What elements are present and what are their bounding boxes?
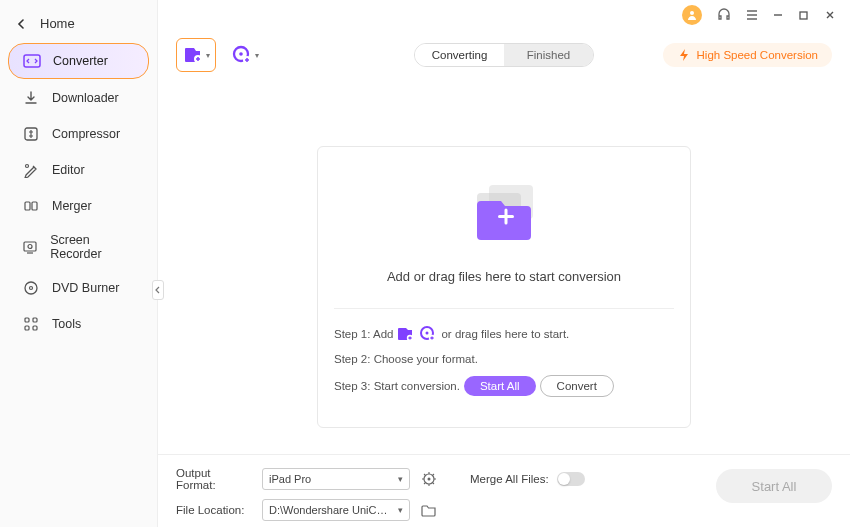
svg-point-25	[426, 332, 429, 335]
dropzone-illustration	[334, 175, 674, 249]
svg-point-2	[26, 165, 29, 168]
home-button[interactable]: Home	[0, 6, 157, 41]
disc-icon	[22, 279, 40, 297]
sidebar-item-label: Tools	[52, 317, 81, 331]
svg-point-6	[28, 245, 32, 249]
svg-point-13	[690, 11, 694, 15]
add-file-icon	[183, 46, 203, 64]
sidebar-item-label: Screen Recorder	[50, 233, 135, 261]
chevron-down-icon: ▾	[398, 474, 403, 484]
svg-rect-22	[505, 209, 508, 225]
high-speed-conversion-button[interactable]: High Speed Conversion	[663, 43, 832, 67]
start-all-main-button[interactable]: Start All	[716, 469, 832, 503]
compress-icon	[22, 125, 40, 143]
close-button[interactable]	[824, 9, 838, 21]
sidebar-item-downloader[interactable]: Downloader	[8, 81, 149, 115]
step-1-suffix: or drag files here to start.	[441, 328, 569, 340]
add-disc-icon	[232, 45, 252, 65]
output-format-label: Output Format:	[176, 467, 252, 491]
svg-rect-12	[33, 326, 37, 330]
sidebar-item-screen-recorder[interactable]: Screen Recorder	[8, 225, 149, 269]
file-location-label: File Location:	[176, 504, 252, 516]
svg-point-7	[25, 282, 37, 294]
merge-label: Merge All Files:	[470, 473, 549, 485]
add-file-icon	[397, 326, 415, 342]
svg-rect-3	[25, 202, 30, 210]
footer: Output Format: iPad Pro ▾ Merge All File…	[158, 454, 850, 527]
open-folder-icon[interactable]	[420, 501, 438, 519]
convert-button[interactable]: Convert	[540, 375, 614, 397]
chevron-down-icon: ▾	[206, 51, 210, 60]
output-format-row: Output Format: iPad Pro ▾ Merge All File…	[176, 467, 585, 491]
headset-icon[interactable]	[716, 7, 732, 23]
sidebar-collapse-handle[interactable]	[152, 280, 164, 300]
user-avatar[interactable]	[682, 5, 702, 25]
dropzone[interactable]: Add or drag files here to start conversi…	[317, 146, 691, 428]
sidebar-item-editor[interactable]: Editor	[8, 153, 149, 187]
sidebar-item-label: Merger	[52, 199, 92, 213]
footer-left: Output Format: iPad Pro ▾ Merge All File…	[176, 467, 585, 521]
svg-point-28	[428, 478, 431, 481]
add-disc-icon	[419, 325, 437, 343]
step-3: Step 3: Start conversion. Start All Conv…	[334, 375, 674, 397]
chevron-down-icon: ▾	[398, 505, 403, 515]
add-disc-button[interactable]: ▾	[228, 38, 262, 72]
file-location-row: File Location: D:\Wondershare UniConvert…	[176, 499, 585, 521]
merge-toggle[interactable]	[557, 472, 585, 486]
sidebar-item-label: Compressor	[52, 127, 120, 141]
tab-converting[interactable]: Converting	[415, 44, 504, 66]
svg-rect-11	[25, 326, 29, 330]
merge-toggle-row: Merge All Files:	[470, 472, 585, 486]
svg-rect-9	[25, 318, 29, 322]
tab-finished[interactable]: Finished	[504, 44, 593, 66]
download-icon	[22, 89, 40, 107]
menu-icon[interactable]	[744, 7, 760, 23]
output-format-select[interactable]: iPad Pro ▾	[262, 468, 410, 490]
dropzone-steps: Step 1: Add or drag files here to start.…	[334, 308, 674, 397]
merger-icon	[22, 197, 40, 215]
svg-rect-5	[24, 242, 36, 251]
file-location-select[interactable]: D:\Wondershare UniConverter 1 ▾	[262, 499, 410, 521]
sidebar-item-dvd-burner[interactable]: DVD Burner	[8, 271, 149, 305]
sidebar: Home Converter Downloader Compressor Edi…	[0, 0, 158, 527]
back-arrow-icon	[16, 19, 26, 29]
content-area: Add or drag files here to start conversi…	[158, 86, 850, 454]
sidebar-item-label: Editor	[52, 163, 85, 177]
svg-rect-10	[33, 318, 37, 322]
svg-point-8	[30, 287, 33, 290]
start-all-button[interactable]: Start All	[464, 376, 536, 396]
settings-icon[interactable]	[420, 470, 438, 488]
dropzone-title: Add or drag files here to start conversi…	[334, 269, 674, 284]
step-3-text: Step 3: Start conversion.	[334, 380, 460, 392]
file-location-value: D:\Wondershare UniConverter 1	[269, 504, 389, 516]
toolbar: ▾ ▾ Converting Finished High Speed Conve…	[158, 30, 850, 86]
sidebar-item-compressor[interactable]: Compressor	[8, 117, 149, 151]
output-format-value: iPad Pro	[269, 473, 311, 485]
chevron-down-icon: ▾	[255, 51, 259, 60]
sidebar-item-label: Converter	[53, 54, 108, 68]
minimize-button[interactable]	[772, 9, 786, 21]
tools-icon	[22, 315, 40, 333]
main-area: ▾ ▾ Converting Finished High Speed Conve…	[158, 0, 850, 527]
add-file-button[interactable]: ▾	[176, 38, 216, 72]
titlebar	[158, 0, 850, 30]
tab-switch: Converting Finished	[414, 43, 594, 67]
sidebar-item-label: DVD Burner	[52, 281, 119, 295]
svg-rect-4	[32, 202, 37, 210]
svg-point-17	[239, 52, 243, 56]
step-1: Step 1: Add or drag files here to start.	[334, 325, 674, 343]
home-label: Home	[40, 16, 75, 31]
sidebar-item-converter[interactable]: Converter	[8, 43, 149, 79]
high-speed-label: High Speed Conversion	[697, 49, 818, 61]
maximize-button[interactable]	[798, 10, 812, 21]
sidebar-item-merger[interactable]: Merger	[8, 189, 149, 223]
svg-rect-14	[800, 12, 807, 19]
recorder-icon	[22, 238, 38, 256]
step-1-prefix: Step 1: Add	[334, 328, 393, 340]
sidebar-item-tools[interactable]: Tools	[8, 307, 149, 341]
step-2: Step 2: Choose your format.	[334, 353, 674, 365]
sidebar-item-label: Downloader	[52, 91, 119, 105]
converter-icon	[23, 52, 41, 70]
editor-icon	[22, 161, 40, 179]
lightning-icon	[677, 48, 691, 62]
